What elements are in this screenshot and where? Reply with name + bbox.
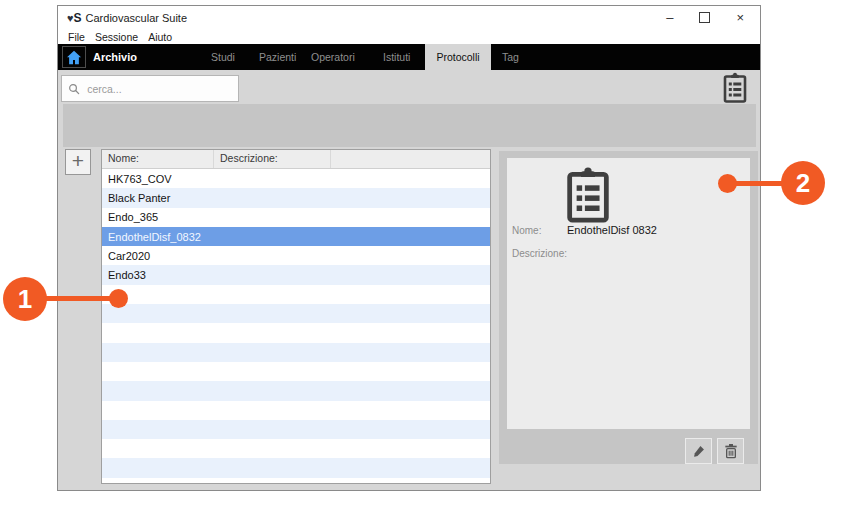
nav-bar: Archivio Studi Pazienti Operatori Istitu… [58, 44, 760, 70]
menu-item-file[interactable]: File [63, 31, 90, 43]
minimize-button[interactable]: – [666, 11, 673, 24]
edit-button[interactable] [685, 438, 712, 464]
pencil-icon [691, 443, 707, 459]
cell-nome: Black Panter [102, 192, 214, 204]
annotation-1-line [40, 296, 116, 301]
close-button[interactable]: × [736, 11, 744, 24]
app-window: ♥S Cardiovascular Suite – × File Session… [57, 5, 761, 491]
table-row-empty[interactable] [102, 285, 490, 304]
detail-nome-value: EndothelDisf 0832 [567, 224, 657, 236]
table-row-empty[interactable] [102, 304, 490, 323]
trash-icon [723, 443, 739, 459]
tab-istituti[interactable]: Istituti [383, 44, 410, 70]
protocol-table: Nome: Descrizione: HK763_COVBlack Panter… [101, 149, 491, 484]
table-header: Nome: Descrizione: [102, 150, 490, 169]
protocols-clipboard-icon[interactable] [723, 72, 747, 103]
table-row[interactable]: Car2020 [102, 246, 490, 265]
detail-descrizione-label: Descrizione: [512, 248, 567, 259]
annotation-2-dot [718, 174, 737, 193]
cell-nome: EndothelDisf_0832 [102, 231, 214, 243]
table-row-empty[interactable] [102, 478, 490, 484]
table-row-empty[interactable] [102, 381, 490, 400]
table-row-empty[interactable] [102, 458, 490, 477]
table-row-empty[interactable] [102, 401, 490, 420]
annotation-1-dot [109, 289, 128, 308]
maximize-button[interactable] [699, 12, 710, 23]
cell-nome: Car2020 [102, 250, 214, 262]
tab-pazienti[interactable]: Pazienti [259, 44, 296, 70]
annotation-2-marker: 2 [781, 161, 825, 205]
window-title: Cardiovascular Suite [86, 12, 188, 24]
table-row[interactable]: Black Panter [102, 188, 490, 207]
nav-label-archivio[interactable]: Archivio [93, 44, 137, 70]
page: ♥S Cardiovascular Suite – × File Session… [0, 0, 850, 512]
detail-nome-label: Nome: [512, 225, 541, 236]
home-tab[interactable] [62, 46, 86, 68]
table-row[interactable]: HK763_COV [102, 169, 490, 188]
cell-nome: Endo33 [102, 269, 214, 281]
table-row[interactable]: Endo33 [102, 265, 490, 284]
cell-nome: HK763_COV [102, 173, 214, 185]
search-box[interactable] [61, 75, 239, 102]
menu-bar: File Sessione Aiuto [58, 29, 760, 44]
annotation-1-marker: 1 [3, 277, 47, 321]
tab-studi[interactable]: Studi [211, 44, 235, 70]
menu-item-sessione[interactable]: Sessione [90, 31, 143, 43]
table-row-empty[interactable] [102, 362, 490, 381]
detail-panel: Nome: EndothelDisf 0832 Descrizione: [507, 158, 750, 429]
tab-protocolli[interactable]: Protocolli [425, 44, 491, 74]
column-header-nome: Nome: [102, 150, 214, 168]
detail-container: Nome: EndothelDisf 0832 Descrizione: [499, 151, 758, 464]
toolbar-strip [63, 104, 756, 147]
table-row[interactable]: Endo_365 [102, 208, 490, 227]
title-bar: ♥S Cardiovascular Suite – × [58, 6, 760, 29]
tab-tag[interactable]: Tag [502, 44, 519, 70]
cell-nome: Endo_365 [102, 211, 214, 223]
app-logo-icon: ♥S [67, 12, 82, 24]
search-icon [68, 82, 80, 96]
delete-button[interactable] [717, 438, 744, 464]
home-icon [66, 50, 82, 65]
add-protocol-button[interactable]: + [65, 149, 91, 175]
column-header-descrizione: Descrizione: [214, 150, 331, 168]
search-input[interactable] [85, 82, 232, 96]
protocol-rows: HK763_COVBlack PanterEndo_365EndothelDis… [102, 169, 490, 484]
table-row-empty[interactable] [102, 420, 490, 439]
window-controls: – × [666, 11, 760, 24]
table-row[interactable]: EndothelDisf_0832 [102, 227, 490, 246]
table-row-empty[interactable] [102, 343, 490, 362]
tab-operatori[interactable]: Operatori [311, 44, 355, 70]
protocol-detail-clipboard-icon [566, 166, 610, 223]
table-row-empty[interactable] [102, 439, 490, 458]
menu-item-aiuto[interactable]: Aiuto [143, 31, 177, 43]
table-row-empty[interactable] [102, 323, 490, 342]
column-header-empty [331, 150, 490, 168]
